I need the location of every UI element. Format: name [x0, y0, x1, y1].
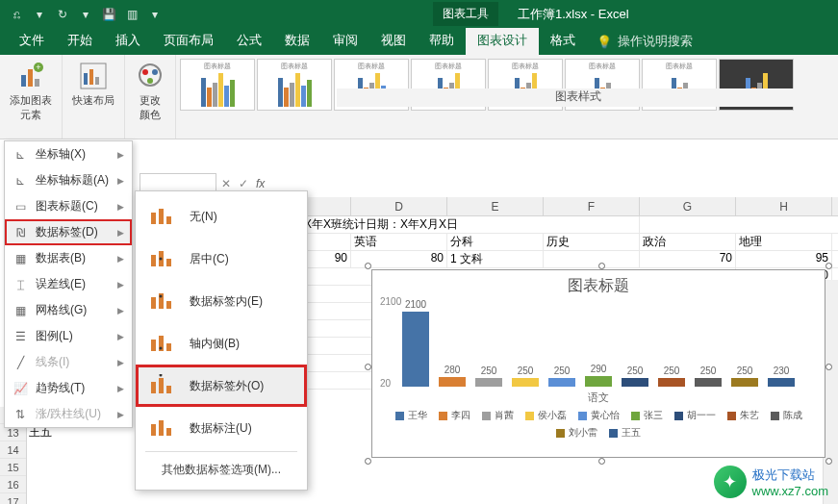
- submenu-more-options[interactable]: 其他数据标签选项(M)...: [136, 454, 307, 486]
- tab-file[interactable]: 文件: [8, 27, 56, 55]
- qat-more-icon[interactable]: ▾: [146, 6, 164, 23]
- chevron-right-icon: ▶: [117, 150, 124, 160]
- undo-dropdown-icon[interactable]: ▾: [31, 6, 48, 23]
- submenu-inside-base[interactable]: 轴内侧(B): [136, 322, 307, 365]
- fx-icon[interactable]: fx: [256, 177, 265, 190]
- svg-rect-7: [89, 69, 93, 85]
- change-color-button[interactable]: 更改 颜色: [131, 59, 169, 124]
- svg-rect-29: [159, 378, 164, 393]
- chart-plot-area[interactable]: 2100 20 21002802502502502902502502502502…: [390, 298, 807, 387]
- chevron-right-icon: ▶: [117, 358, 124, 367]
- autosave-icon[interactable]: ⎌: [8, 6, 25, 23]
- row-17[interactable]: 17: [0, 493, 26, 504]
- svg-point-10: [142, 69, 148, 75]
- x-axis-title[interactable]: 语文: [372, 391, 825, 405]
- chevron-right-icon: ▶: [117, 176, 124, 186]
- tell-me[interactable]: 💡操作说明搜索: [587, 28, 702, 55]
- chart-legend[interactable]: 王华李四肖茜侯小磊黄心怡张三胡一一朱艺陈成刘小雷王五: [392, 409, 805, 440]
- legend-icon: ☰: [13, 329, 28, 344]
- svg-rect-28: [151, 382, 156, 393]
- col-F[interactable]: F: [544, 197, 640, 215]
- col-G[interactable]: G: [640, 197, 736, 215]
- menu-gridlines[interactable]: ▦网格线(G)▶: [5, 297, 132, 323]
- chart-title[interactable]: 图表标题: [372, 276, 825, 296]
- tab-format[interactable]: 格式: [539, 27, 587, 55]
- lines-icon: ╱: [13, 355, 28, 370]
- chevron-right-icon: ▶: [117, 202, 124, 212]
- quick-layout-button[interactable]: 快速布局: [68, 59, 118, 110]
- svg-rect-24: [151, 340, 156, 351]
- redo-dropdown-icon[interactable]: ▾: [77, 6, 94, 23]
- row-15[interactable]: 15: [0, 459, 26, 476]
- menu-error-bars[interactable]: ⌶误差线(E)▶: [5, 271, 132, 297]
- watermark-text2: www.xz7.com: [752, 484, 828, 498]
- svg-rect-15: [166, 216, 171, 224]
- cancel-icon[interactable]: ✕: [221, 177, 231, 190]
- svg-point-23: [160, 295, 163, 298]
- svg-rect-1: [28, 69, 33, 87]
- row-14[interactable]: 14: [0, 441, 26, 459]
- chevron-right-icon: ▶: [117, 410, 124, 419]
- tab-chart-design[interactable]: 图表设计: [466, 27, 539, 55]
- add-chart-element-button[interactable]: + 添加图表 元素: [6, 59, 56, 124]
- svg-rect-13: [151, 213, 156, 224]
- tab-review[interactable]: 审阅: [321, 27, 369, 55]
- chevron-right-icon: ▶: [117, 280, 124, 290]
- ribbon-tabs: 文件 开始 插入 页面布局 公式 数据 审阅 视图 帮助 图表设计 格式 💡操作…: [0, 28, 838, 55]
- chart-style-1[interactable]: 图表标题: [180, 59, 255, 111]
- gridlines-icon: ▦: [13, 303, 28, 318]
- tab-home[interactable]: 开始: [56, 27, 104, 55]
- menu-axis[interactable]: ⊾坐标轴(X)▶: [5, 141, 132, 167]
- quick-access-toolbar: ⎌ ▾ ↻ ▾ 💾 ▥ ▾: [0, 6, 171, 23]
- chevron-right-icon: ▶: [117, 228, 124, 238]
- menu-legend[interactable]: ☰图例(L)▶: [5, 323, 132, 349]
- tab-data[interactable]: 数据: [273, 27, 321, 55]
- chart-style-2[interactable]: 图表标题: [257, 59, 332, 111]
- submenu-callout[interactable]: 数据标注(U): [136, 407, 307, 449]
- svg-rect-0: [21, 75, 26, 87]
- svg-rect-22: [166, 301, 171, 309]
- svg-rect-6: [84, 73, 88, 85]
- inside-end-icon: [149, 290, 176, 313]
- check-icon[interactable]: ✓: [239, 177, 248, 190]
- data-labels-icon: ₪: [13, 225, 28, 240]
- save-icon[interactable]: 💾: [100, 6, 117, 23]
- svg-point-11: [152, 69, 158, 75]
- tab-help[interactable]: 帮助: [418, 27, 466, 55]
- new-icon[interactable]: ▥: [123, 6, 140, 23]
- col-D[interactable]: D: [351, 197, 447, 215]
- add-chart-element-menu: ⊾坐标轴(X)▶ ⊾坐标轴标题(A)▶ ▭图表标题(C)▶ ₪数据标签(D)▶ …: [4, 140, 133, 428]
- formula-bar[interactable]: ✕ ✓ fx: [221, 173, 828, 194]
- redo-icon[interactable]: ↻: [54, 6, 71, 23]
- col-E[interactable]: E: [447, 197, 544, 215]
- tab-insert[interactable]: 插入: [104, 27, 152, 55]
- y-tick: 20: [380, 378, 391, 389]
- svg-rect-14: [159, 209, 164, 224]
- submenu-none[interactable]: 无(N): [136, 195, 307, 238]
- data-table-icon: ▦: [13, 251, 28, 266]
- bulb-icon: 💡: [597, 35, 612, 49]
- svg-rect-8: [95, 77, 99, 85]
- svg-point-31: [160, 374, 163, 377]
- tab-layout[interactable]: 页面布局: [152, 27, 225, 55]
- menu-data-labels[interactable]: ₪数据标签(D)▶: [5, 219, 132, 245]
- svg-rect-32: [151, 424, 156, 436]
- embedded-chart[interactable]: 图表标题 2100 20 210028025025025029025025025…: [371, 269, 825, 458]
- chevron-right-icon: ▶: [117, 254, 124, 264]
- submenu-center[interactable]: 居中(C): [136, 238, 307, 280]
- row-16[interactable]: 16: [0, 476, 26, 493]
- menu-trendline[interactable]: 📈趋势线(T)▶: [5, 375, 132, 401]
- tab-formula[interactable]: 公式: [225, 27, 273, 55]
- add-element-icon: +: [15, 61, 46, 91]
- svg-rect-2: [35, 79, 39, 87]
- menu-axis-title[interactable]: ⊾坐标轴标题(A)▶: [5, 167, 132, 193]
- none-icon: [149, 205, 176, 228]
- col-H[interactable]: H: [736, 197, 832, 215]
- menu-chart-title[interactable]: ▭图表标题(C)▶: [5, 193, 132, 219]
- submenu-inside-end[interactable]: 数据标签内(E): [136, 280, 307, 322]
- watermark-logo-icon: ✦: [714, 466, 747, 498]
- submenu-outside-end[interactable]: 数据标签外(O): [136, 365, 307, 407]
- tab-view[interactable]: 视图: [369, 27, 418, 55]
- svg-text:+: +: [36, 63, 40, 72]
- menu-data-table[interactable]: ▦数据表(B)▶: [5, 245, 132, 271]
